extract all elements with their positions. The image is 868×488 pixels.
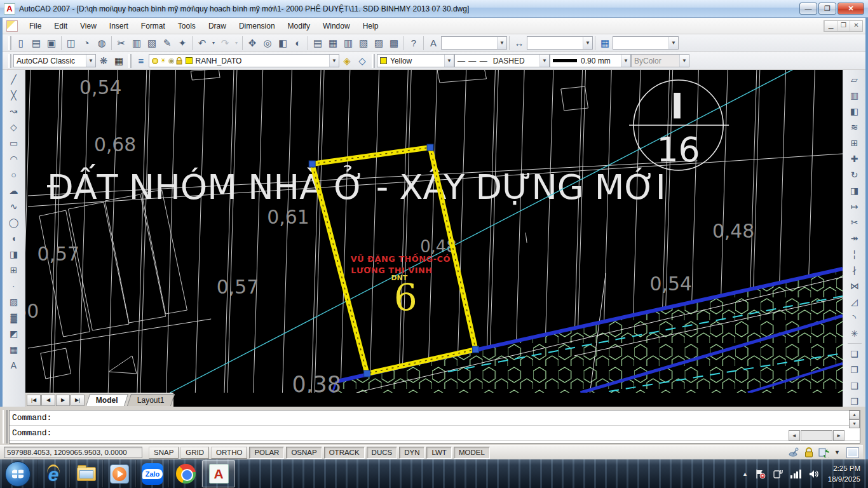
- chevron-down-icon[interactable]: ▼: [444, 55, 454, 67]
- clean-screen-button[interactable]: [846, 447, 859, 458]
- action-center-flag-icon[interactable]: [755, 469, 766, 479]
- toggle-polar[interactable]: POLAR: [249, 447, 284, 459]
- chevron-down-icon[interactable]: ▼: [668, 37, 678, 49]
- fillet-button[interactable]: ◝: [846, 309, 863, 325]
- toggle-osnap[interactable]: OSNAP: [286, 447, 322, 459]
- parcel-value-label[interactable]: 0,57: [217, 276, 259, 298]
- scroll-right-icon[interactable]: ▶: [833, 430, 844, 441]
- mirror-button[interactable]: ◧: [846, 103, 863, 119]
- command-input-line[interactable]: Command:: [10, 426, 860, 441]
- parcel-value-label[interactable]: 0,60: [25, 300, 39, 322]
- erase-button[interactable]: ▱: [846, 71, 863, 87]
- designcenter-button[interactable]: ▦: [325, 36, 341, 51]
- chevron-down-icon[interactable]: ▼: [621, 55, 630, 67]
- command-hscrollbar[interactable]: ◀ ▶: [789, 430, 844, 441]
- owner-name-line1[interactable]: VŨ ĐẶNG THỐNG-CÓ: [351, 253, 451, 264]
- menu-draw[interactable]: Draw: [202, 19, 233, 33]
- table-style-icon[interactable]: ▦: [597, 36, 613, 51]
- parcel-value-label[interactable]: 0,57: [37, 243, 79, 265]
- taskbar-windows-explorer[interactable]: [70, 460, 103, 487]
- toggle-otrack[interactable]: OTRACK: [324, 447, 365, 459]
- match-properties-button[interactable]: ✎: [159, 36, 175, 51]
- command-scrollbar[interactable]: ▲ ▼: [849, 410, 860, 427]
- menu-insert[interactable]: Insert: [103, 19, 135, 33]
- color-combo[interactable]: Yellow ▼: [377, 54, 454, 67]
- layer-thaw-icon[interactable]: ☀: [160, 57, 166, 65]
- pan-button[interactable]: ✥: [245, 36, 260, 51]
- block-reference-circle[interactable]: I 16: [629, 80, 729, 170]
- menu-modify[interactable]: Modify: [281, 19, 316, 33]
- array-button[interactable]: ⊞: [846, 135, 863, 151]
- spline-button[interactable]: ∿: [6, 198, 22, 214]
- table-button[interactable]: ▦: [6, 341, 22, 357]
- stretch-button[interactable]: ↦: [846, 198, 863, 214]
- doc-restore-button[interactable]: ❐: [837, 21, 850, 31]
- layer-lock-icon[interactable]: [176, 57, 182, 65]
- point-button[interactable]: ∙: [6, 278, 22, 294]
- lot-number[interactable]: 6: [394, 276, 417, 319]
- properties-button[interactable]: ▤: [310, 36, 325, 51]
- taskbar-internet-explorer[interactable]: e: [37, 460, 70, 487]
- explode-button[interactable]: ✳: [846, 325, 863, 341]
- rectangle-button[interactable]: ▭: [6, 135, 22, 151]
- draworder-front-button[interactable]: ❏: [846, 346, 863, 362]
- plot-preview-button[interactable]: ◔: [79, 36, 94, 51]
- tab-model[interactable]: Model: [86, 394, 128, 406]
- command-window-grab-bar[interactable]: [3, 410, 8, 444]
- rotate-button[interactable]: ↻: [846, 166, 863, 182]
- status-tray-menu-icon[interactable]: ▼: [834, 449, 840, 456]
- toolbar-grip[interactable]: [372, 54, 375, 68]
- parcel-value-label[interactable]: 0,48: [712, 220, 754, 242]
- offset-button[interactable]: ≋: [846, 119, 863, 135]
- tool-palettes-button[interactable]: ▥: [341, 36, 356, 51]
- trim-button[interactable]: ✂: [846, 214, 863, 230]
- extend-button[interactable]: ↠: [846, 230, 863, 246]
- toolbar-grip[interactable]: [8, 36, 11, 50]
- annotation-scale-icon[interactable]: [818, 447, 829, 458]
- circle-button[interactable]: ○: [6, 166, 22, 182]
- scrollbar-thumb[interactable]: [801, 430, 832, 441]
- toggle-grid[interactable]: GRID: [180, 447, 209, 459]
- help-button[interactable]: ?: [406, 36, 421, 51]
- chevron-down-icon[interactable]: ▼: [86, 55, 95, 67]
- make-block-button[interactable]: ⊞: [6, 262, 22, 278]
- break-button[interactable]: ∤: [846, 262, 863, 278]
- toolbar-lock-icon[interactable]: [804, 447, 813, 458]
- toggle-ducs[interactable]: DUCS: [367, 447, 398, 459]
- menu-help[interactable]: Help: [356, 19, 385, 33]
- parcel-value-label[interactable]: 0,61: [267, 206, 309, 228]
- make-object-layer-current-icon[interactable]: ◈: [339, 53, 355, 69]
- scale-button[interactable]: ◨: [846, 182, 863, 198]
- tab-nav-1[interactable]: ◀: [41, 395, 55, 406]
- power-plug-icon[interactable]: [773, 469, 783, 479]
- polyline-button[interactable]: ↝: [6, 103, 22, 119]
- parcel-value-label[interactable]: 0,54: [79, 76, 121, 98]
- draworder-above-button[interactable]: ❑: [846, 377, 863, 393]
- minimize-button[interactable]: —: [799, 3, 817, 15]
- layer-properties-manager-icon[interactable]: ≡: [133, 53, 149, 69]
- open-button[interactable]: ▤: [29, 36, 44, 51]
- undo-dropdown-button[interactable]: ▾: [210, 36, 217, 51]
- doc-close-button[interactable]: ✕: [850, 21, 862, 31]
- tab-nav-2[interactable]: ▶: [56, 395, 70, 406]
- paste-button[interactable]: ▧: [144, 36, 159, 51]
- scroll-up-icon[interactable]: ▲: [849, 410, 860, 419]
- publish-button[interactable]: ◍: [94, 36, 109, 51]
- parcel-value-label[interactable]: 0,54: [650, 273, 692, 295]
- save-button[interactable]: ▣: [44, 36, 59, 51]
- toggle-snap[interactable]: SNAP: [149, 447, 179, 459]
- tab-nav-3[interactable]: ▶|: [71, 395, 85, 406]
- hatch-button[interactable]: ▨: [6, 294, 22, 309]
- sheet-set-manager-button[interactable]: ▧: [356, 36, 371, 51]
- layer-on-icon[interactable]: [152, 58, 158, 64]
- network-signal-icon[interactable]: [790, 470, 801, 478]
- doc-minimize-button[interactable]: ▁: [824, 21, 837, 31]
- my-workspace-icon[interactable]: ▦: [111, 53, 126, 69]
- cut-button[interactable]: ✂: [114, 36, 129, 51]
- undo-button[interactable]: ↶: [194, 36, 210, 51]
- start-button[interactable]: [5, 461, 31, 487]
- ellipse-button[interactable]: ◯: [6, 214, 22, 230]
- text-style-icon[interactable]: A: [426, 36, 441, 51]
- zone-label-text[interactable]: ĐẤT NHÓM NHÀ Ở - XÂY DỰNG MỚI: [47, 164, 666, 207]
- coordinates-readout[interactable]: 597988.4053, 1209065.9503, 0.0000: [4, 447, 142, 458]
